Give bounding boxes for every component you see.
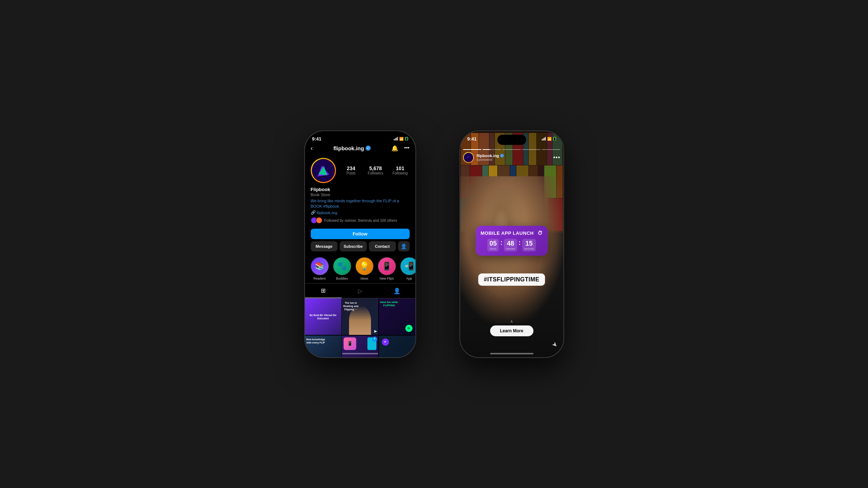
wifi-icon-right: 📶 [547,137,551,141]
dynamic-island-left [346,135,375,145]
highlight-ideas-label: Ideas [360,277,368,280]
subscribe-button[interactable]: Subscribe [340,241,367,251]
followed-by: Followed by outvixe, themrulu and 100 ot… [311,217,410,224]
followed-avatars [311,217,322,224]
profile-bio: We bring like minds together through the… [311,198,410,210]
profile-username-header: flipbook.ing ✓ [333,145,371,151]
left-screen: 9:41 📶 ▮ ‹ flipbook.ing [305,131,415,357]
highlight-newflips-circle: 📱 [378,257,396,275]
highlight-newflips[interactable]: 📱 New Flips [378,257,396,280]
action-buttons: Follow Message Subscribe Contact 👤 [305,229,415,254]
followed-avatar-2 [316,217,322,224]
hashtag-text: #ITSFLIPPINGTIME [484,276,540,282]
send-message-area: ➤ [460,341,563,353]
right-screen: 9:41 📶 ▮ [460,131,563,357]
highlight-ideas-circle: 💡 [356,257,374,275]
posts-stat: 234 Posts [342,165,361,175]
send-icon[interactable]: ➤ [550,340,559,349]
post2-text: The fun inReading andFlipping → [343,301,358,311]
grid-post-4[interactable]: New knowledgewith every FLIP [305,336,341,357]
profile-section: 234 Posts 5,678 Followers 101 Following [305,155,415,229]
followers-stat: 5,678 Followers [366,165,385,175]
story-avatar-inner: F [464,153,473,162]
story-user-info: flipbook.ing ✓ Sponsored [477,154,504,161]
story-header: F flipbook.ing ✓ Sponsored ••• [463,152,561,163]
contact-button[interactable]: Contact [369,241,396,251]
grid-post-3[interactable]: Have fun whileFLIPPING ▷ [379,298,415,335]
story-profile: F flipbook.ing ✓ Sponsored [463,152,504,163]
content-tabs: ⊞ ▷ 👤 [305,283,415,298]
signal-icon-right [542,137,546,141]
tab-tagged[interactable]: 👤 [379,284,415,298]
minutes-digit: 48 minutes [504,239,517,251]
grid-post-2-image: The fun inReading andFlipping → ▶ [342,298,378,335]
battery-icon-right: ▮ [553,137,556,141]
progress-bar-1 [463,149,482,150]
highlight-buddies[interactable]: 🐾 Buddies [333,257,351,280]
grid-post-4-image: New knowledgewith every FLIP [305,336,341,357]
ig-nav: ‹ flipbook.ing ✓ 🔔 ••• [305,144,415,155]
home-indicator-right [490,353,533,354]
story-bottom: ∧ Learn More ➤ [460,319,563,357]
video-indicator: ▶ [374,329,377,333]
grid-post-1[interactable]: Be Bold Be Vibrant Be Educated [305,298,341,335]
more-icon[interactable]: ••• [404,145,410,152]
add-contact-button[interactable]: 👤 [398,241,410,251]
grid-post-1-image: Be Bold Be Vibrant Be Educated [305,298,341,335]
chevron-up-icon: ∧ [510,319,513,323]
status-icons-left: 📶 ▮ [394,137,408,141]
story-background: 9:41 📶 ▮ [460,131,563,357]
nav-icons: 🔔 ••• [391,145,410,152]
highlights-row: 📚 Readers 🐾 Buddies 💡 Ideas 📱 New Flips … [305,254,415,283]
progress-bar-3 [502,149,521,150]
story-avatar: F [463,152,474,163]
grid-post-2[interactable]: The fun inReading andFlipping → ▶ [342,298,378,335]
highlight-readers[interactable]: 📚 Readers [311,257,329,280]
back-button[interactable]: ‹ [311,144,313,152]
bio-hashtag[interactable]: #flipbook [323,204,339,208]
phone-left: 9:41 📶 ▮ ‹ flipbook.ing [304,130,416,358]
colon-1: : [500,239,502,247]
battery-icon: ▮ [405,137,408,141]
grid-post-6[interactable]: F [379,336,415,357]
profile-top: 234 Posts 5,678 Followers 101 Following [311,158,410,183]
highlight-ideas[interactable]: 💡 Ideas [356,257,374,280]
secondary-buttons: Message Subscribe Contact 👤 [311,241,410,251]
bell-icon[interactable]: 🔔 [391,145,398,152]
countdown-timer-icon: ⏱ [537,230,543,236]
countdown-card: MOBILE APP LAUNCH ⏱ 05 hours : 48 minute… [476,226,548,256]
wifi-icon: 📶 [399,137,404,141]
grid-post-6-image: F [379,336,415,357]
time-left: 9:41 [312,136,322,142]
story-sponsored: Sponsored [477,158,504,161]
follow-button[interactable]: Follow [311,229,410,239]
home-indicator-left [342,353,378,354]
message-button[interactable]: Message [311,241,338,251]
story-more-button[interactable]: ••• [553,154,561,161]
grid-post-3-image: Have fun whileFLIPPING ▷ [379,298,415,335]
scene: 9:41 📶 ▮ ‹ flipbook.ing [304,130,564,358]
highlight-app-circle: 📲 [400,257,415,275]
hours-digit: 05 hours [487,239,499,251]
story-username: flipbook.ing [477,154,499,158]
countdown-title: MOBILE APP LAUNCH ⏱ [481,230,543,236]
progress-bar-2 [483,149,501,150]
status-icons-right: 📶 ▮ [542,137,556,141]
highlight-buddies-circle: 🐾 [333,257,351,275]
story-progress-bars [463,149,561,150]
highlight-readers-circle: 📚 [311,257,329,275]
tab-grid[interactable]: ⊞ [305,284,342,298]
story-verified: ✓ [500,154,504,157]
colon-2: : [519,239,521,247]
tab-reels[interactable]: ▷ [342,284,379,298]
swipe-up-indicator: ∧ [460,319,563,323]
post-grid: Be Bold Be Vibrant Be Educated The fun i… [305,298,415,357]
highlight-app[interactable]: 📲 App [400,257,415,280]
profile-link[interactable]: 🔗 flipbook.org [311,210,410,215]
learn-more-button[interactable]: Learn More [490,325,533,336]
story-username-row: flipbook.ing ✓ [477,154,504,158]
phone-right: 9:41 📶 ▮ [459,130,564,358]
plus-badge: + [372,337,377,342]
seconds-digit: 15 seconds [522,239,536,251]
signal-icon [394,137,398,141]
